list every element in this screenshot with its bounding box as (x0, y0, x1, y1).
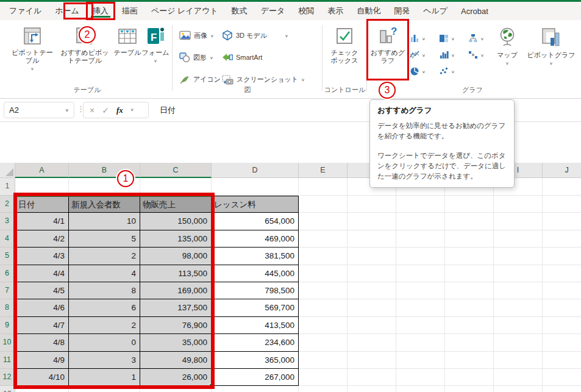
cell-C2[interactable]: 物販売上 (140, 196, 212, 213)
cell-C1[interactable] (140, 178, 212, 196)
cell-A2[interactable]: 日付 (15, 196, 69, 213)
cell-F11[interactable] (348, 352, 396, 369)
cell-G2[interactable] (396, 196, 445, 213)
row-header-9[interactable]: 9 (0, 317, 15, 334)
cell-D5[interactable]: 381,500 (212, 248, 299, 265)
cell-J2[interactable] (543, 196, 581, 213)
cell-H5[interactable] (445, 248, 494, 265)
cell-G4[interactable] (396, 230, 445, 248)
cell-I13[interactable] (494, 386, 543, 392)
cell-D3[interactable]: 654,000 (212, 213, 299, 230)
smartart-button[interactable]: SmartArt (222, 51, 262, 64)
cell-D13[interactable] (212, 386, 299, 392)
cell-E11[interactable] (299, 352, 348, 369)
cell-A5[interactable]: 4/3 (15, 248, 69, 265)
cell-A8[interactable]: 4/6 (15, 299, 69, 316)
cell-E3[interactable] (299, 213, 348, 230)
tab-0[interactable]: ファイル (2, 2, 48, 20)
column-header-E[interactable]: E (299, 163, 348, 178)
cell-C11[interactable]: 49,800 (140, 352, 212, 369)
tab-10[interactable]: 開発 (387, 2, 416, 20)
cell-I4[interactable] (494, 230, 543, 248)
cell-D9[interactable]: 413,500 (212, 317, 299, 334)
cell-D4[interactable]: 469,000 (212, 230, 299, 248)
cell-A13[interactable] (15, 386, 69, 392)
chevron-down-icon[interactable]: ∨ (65, 108, 69, 113)
insert-column-chart-button[interactable]: ∨ (410, 34, 426, 43)
cell-H10[interactable] (445, 334, 494, 351)
cell-H7[interactable] (445, 282, 494, 299)
cell-A3[interactable]: 4/1 (15, 213, 69, 230)
cell-H12[interactable] (445, 369, 494, 386)
cell-I8[interactable] (494, 299, 543, 316)
select-all-corner[interactable] (0, 163, 15, 178)
cell-G7[interactable] (396, 282, 445, 299)
row-header-13[interactable]: 13 (0, 386, 15, 392)
cell-F4[interactable] (348, 230, 396, 248)
cell-A4[interactable]: 4/2 (15, 230, 69, 248)
tab-9[interactable]: 自動化 (350, 2, 387, 20)
row-header-11[interactable]: 11 (0, 352, 15, 369)
cell-G10[interactable] (396, 334, 445, 351)
cell-I3[interactable] (494, 213, 543, 230)
tab-2[interactable]: 挿入 (86, 2, 115, 20)
cell-I12[interactable] (494, 369, 543, 386)
cell-H3[interactable] (445, 213, 494, 230)
pivot-table-button[interactable]: ピボットテーブル ∨ (9, 25, 56, 73)
cell-C12[interactable]: 26,000 (140, 369, 212, 386)
cell-B6[interactable]: 4 (69, 265, 140, 282)
cell-E6[interactable] (299, 265, 348, 282)
cell-A12[interactable]: 4/10 (15, 369, 69, 386)
cell-D6[interactable]: 445,000 (212, 265, 299, 282)
cell-C3[interactable]: 150,000 (140, 213, 212, 230)
cell-F13[interactable] (348, 386, 396, 392)
cell-G5[interactable] (396, 248, 445, 265)
cell-H4[interactable] (445, 230, 494, 248)
cell-E2[interactable] (299, 196, 348, 213)
cell-B5[interactable]: 2 (69, 248, 140, 265)
cell-D10[interactable]: 234,600 (212, 334, 299, 351)
3d-models-button[interactable]: 3D モデル ∨ (222, 29, 288, 42)
cell-J3[interactable] (543, 213, 581, 230)
cell-J6[interactable] (543, 265, 581, 282)
cancel-icon[interactable]: × (90, 105, 94, 115)
maps-button[interactable]: マップ ∨ (491, 25, 523, 67)
cell-E9[interactable] (299, 317, 348, 334)
cell-A10[interactable]: 4/8 (15, 334, 69, 351)
cell-J12[interactable] (543, 369, 581, 386)
cell-A9[interactable]: 4/7 (15, 317, 69, 334)
row-header-7[interactable]: 7 (0, 282, 15, 299)
cell-E8[interactable] (299, 299, 348, 316)
cell-C9[interactable]: 76,900 (140, 317, 212, 334)
cell-A11[interactable]: 4/9 (15, 352, 69, 369)
row-header-10[interactable]: 10 (0, 334, 15, 351)
cell-J10[interactable] (543, 334, 581, 351)
row-header-3[interactable]: 3 (0, 213, 15, 230)
cell-B10[interactable]: 0 (69, 334, 140, 351)
cell-I10[interactable] (494, 334, 543, 351)
cell-J11[interactable] (543, 352, 581, 369)
column-header-C[interactable]: C (140, 163, 212, 178)
insert-treemap-chart-button[interactable]: ∨ (439, 34, 455, 43)
cell-I7[interactable] (494, 282, 543, 299)
shapes-button[interactable]: 図形 ∨ (179, 51, 213, 64)
cell-I11[interactable] (494, 352, 543, 369)
cell-G11[interactable] (396, 352, 445, 369)
cell-D7[interactable]: 798,500 (212, 282, 299, 299)
cell-H8[interactable] (445, 299, 494, 316)
cell-H2[interactable] (445, 196, 494, 213)
cell-G8[interactable] (396, 299, 445, 316)
cell-J8[interactable] (543, 299, 581, 316)
column-header-D[interactable]: D (212, 163, 299, 178)
cell-G12[interactable] (396, 369, 445, 386)
tab-8[interactable]: 表示 (321, 2, 350, 20)
row-header-5[interactable]: 5 (0, 248, 15, 265)
cell-C13[interactable] (140, 386, 212, 392)
chevron-down-icon[interactable]: ∨ (130, 108, 134, 112)
insert-scatter-chart-button[interactable]: ∨ (439, 66, 455, 76)
column-header-A[interactable]: A (15, 163, 69, 178)
name-box[interactable]: A2 ∨ (4, 102, 74, 118)
cell-H6[interactable] (445, 265, 494, 282)
cell-F7[interactable] (348, 282, 396, 299)
forms-button[interactable]: F フォーム ∨ (141, 25, 169, 65)
